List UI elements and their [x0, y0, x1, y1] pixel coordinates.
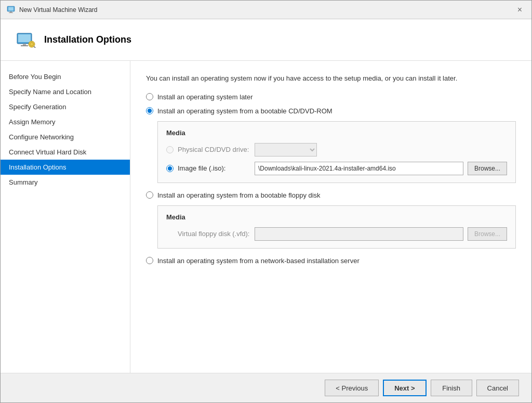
svg-rect-3	[9, 12, 13, 13]
window-title: New Virtual Machine Wizard	[19, 6, 98, 14]
floppy-browse-button[interactable]: Browse...	[468, 227, 507, 241]
sidebar-item-installation-options[interactable]: Installation Options	[1, 160, 130, 175]
page-title: Installation Options	[44, 34, 131, 45]
svg-rect-5	[18, 34, 31, 42]
cancel-button[interactable]: Cancel	[476, 380, 519, 396]
radio-physical-drive[interactable]	[166, 146, 174, 153]
cd-dvd-media-label: Media	[166, 129, 507, 137]
floppy-media-label: Media	[166, 213, 507, 221]
sidebar-item-configure-networking[interactable]: Configure Networking	[1, 129, 130, 145]
radio-install-cd-dvd[interactable]	[146, 107, 153, 114]
sidebar-item-specify-name-location[interactable]: Specify Name and Location	[1, 84, 130, 99]
title-bar: New Virtual Machine Wizard ×	[1, 1, 531, 19]
physical-drive-row: Physical CD/DVD drive:	[166, 143, 507, 157]
cd-dvd-media-section: Media Physical CD/DVD drive: Image file …	[157, 121, 516, 183]
option-install-cd-dvd[interactable]: Install an operating system from a boota…	[146, 107, 516, 115]
page-header: Installation Options	[1, 19, 531, 61]
sidebar: Before You Begin Specify Name and Locati…	[1, 61, 130, 373]
radio-install-network[interactable]	[146, 257, 153, 264]
sidebar-item-connect-virtual-hard-disk[interactable]: Connect Virtual Hard Disk	[1, 145, 130, 160]
svg-rect-2	[10, 11, 12, 12]
image-file-input[interactable]	[255, 162, 463, 175]
sidebar-item-assign-memory[interactable]: Assign Memory	[1, 114, 130, 129]
option-install-floppy[interactable]: Install an operating system from a boota…	[146, 191, 516, 199]
sidebar-item-summary[interactable]: Summary	[1, 175, 130, 190]
radio-install-later[interactable]	[146, 93, 153, 100]
content-area: You can install an operating system now …	[130, 61, 531, 373]
title-bar-left: New Virtual Machine Wizard	[7, 6, 98, 14]
close-button[interactable]: ×	[514, 5, 525, 15]
window-icon	[7, 6, 15, 14]
previous-button[interactable]: < Previous	[325, 380, 379, 396]
main-content: Before You Begin Specify Name and Locati…	[1, 61, 531, 373]
option-install-later[interactable]: Install an operating system later	[146, 93, 516, 101]
floppy-media-section: Media Virtual floppy disk (.vfd): Browse…	[157, 205, 516, 249]
floppy-vfd-row: Virtual floppy disk (.vfd): Browse...	[166, 227, 507, 241]
image-file-row: Image file (.iso): Browse...	[166, 162, 507, 175]
radio-install-floppy[interactable]	[146, 191, 153, 199]
svg-rect-1	[8, 7, 14, 10]
header-icon	[16, 32, 36, 48]
floppy-vfd-input[interactable]	[255, 227, 463, 241]
radio-image-file[interactable]	[166, 165, 174, 172]
wizard-window: New Virtual Machine Wizard × Installatio…	[0, 0, 532, 403]
svg-rect-7	[21, 45, 28, 46]
next-button[interactable]: Next >	[383, 380, 426, 396]
physical-drive-dropdown[interactable]	[255, 143, 317, 157]
option-install-network[interactable]: Install an operating system from a netwo…	[146, 257, 516, 265]
svg-rect-6	[23, 44, 26, 45]
sidebar-item-before-you-begin[interactable]: Before You Begin	[1, 69, 130, 84]
description-text: You can install an operating system now …	[146, 73, 516, 84]
sidebar-item-specify-generation[interactable]: Specify Generation	[1, 99, 130, 114]
svg-line-9	[34, 46, 36, 48]
image-browse-button[interactable]: Browse...	[468, 162, 507, 175]
finish-button[interactable]: Finish	[431, 380, 472, 396]
footer: < Previous Next > Finish Cancel	[1, 373, 531, 402]
